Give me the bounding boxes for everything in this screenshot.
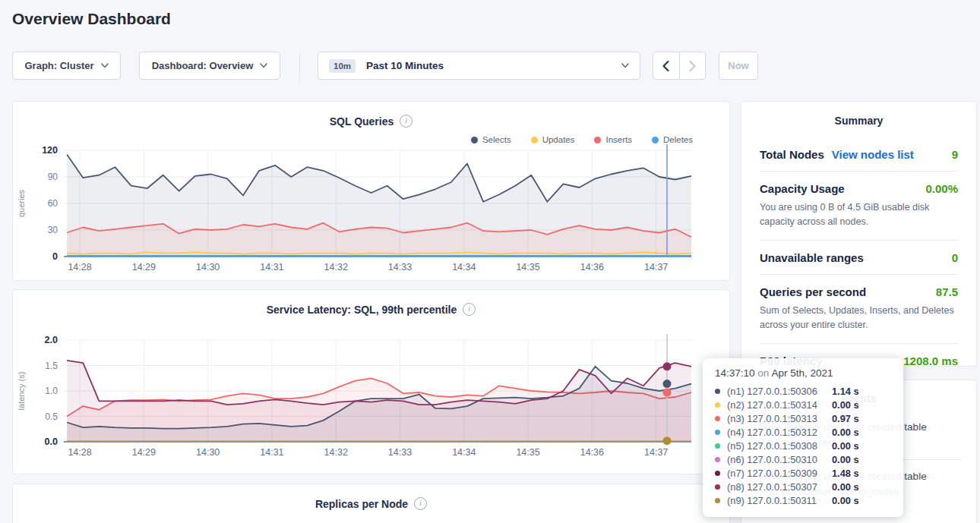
x-tick-label: 14:29: [132, 262, 156, 273]
summary-row-total-nodes: Total Nodes View nodes list 9: [760, 137, 958, 172]
hover-dot: [662, 380, 671, 388]
replicas-title: Replicas per Node: [315, 498, 408, 510]
p99-latency-value: 1208.0 ms: [903, 354, 958, 367]
x-tick-label: 14:34: [452, 447, 476, 458]
info-icon[interactable]: i: [414, 497, 427, 510]
x-tick-label: 14:32: [324, 447, 348, 458]
x-tick-label: 14:37: [644, 447, 668, 458]
chevron-left-icon: [662, 60, 670, 72]
y-tick-label: 90: [48, 172, 58, 182]
tooltip-node-row: (n7) 127.0.0.1:503091.48 s: [715, 466, 891, 480]
node-latency-value: 1.14 s: [832, 386, 859, 397]
view-nodes-list-link[interactable]: View nodes list: [832, 148, 914, 161]
page-title: Overview Dashboard: [12, 10, 171, 28]
x-tick-label: 14:35: [516, 262, 539, 273]
x-tick-label: 14:31: [260, 262, 283, 273]
x-tick-label: 14:30: [196, 447, 220, 458]
latency-chart[interactable]: 14:2814:2914:3014:3114:3214:3314:3414:35…: [14, 296, 730, 471]
x-tick-label: 14:34: [452, 262, 476, 273]
time-range-badge: 10m: [329, 59, 356, 73]
node-color-dot: [715, 498, 720, 503]
capacity-usage-value: 0.00%: [925, 182, 958, 195]
node-address: (n2) 127.0.0.1:50314: [727, 399, 832, 411]
summary-row-capacity: Capacity Usage 0.00% You are using 0 B o…: [760, 172, 958, 241]
time-range-label: Past 10 Minutes: [366, 60, 621, 71]
tooltip-node-row: (n9) 127.0.0.1:503110.00 s: [715, 493, 891, 507]
replicas-panel: Replicas per Node i: [12, 484, 730, 523]
tooltip-node-row: (n6) 127.0.0.1:503100.00 s: [715, 452, 891, 466]
x-tick-label: 14:28: [68, 447, 91, 458]
y-tick-label: 0: [52, 251, 58, 262]
sql-queries-chart[interactable]: 14:2814:2914:3014:3114:3214:3314:3414:35…: [14, 108, 730, 281]
y-axis-label: queries: [17, 189, 26, 217]
dashboard-dropdown-label: Dashboard: Overview: [152, 60, 254, 71]
summary-panel: Summary Total Nodes View nodes list 9 Ca…: [741, 101, 977, 367]
node-latency-value: 0.00 s: [832, 440, 859, 452]
time-prev-button[interactable]: [653, 52, 679, 79]
time-range-picker[interactable]: 10m Past 10 Minutes: [318, 52, 640, 80]
chevron-down-icon: [101, 63, 109, 68]
node-latency-value: 0.97 s: [832, 413, 859, 424]
total-nodes-value: 9: [952, 148, 958, 161]
now-button[interactable]: Now: [719, 52, 758, 80]
node-address: (n8) 127.0.0.1:50307: [727, 481, 832, 493]
y-tick-label: 0.0: [45, 436, 58, 447]
tooltip-node-row: (n4) 127.0.0.1:503120.00 s: [715, 425, 891, 439]
x-tick-label: 14:37: [644, 262, 668, 273]
node-color-dot: [715, 416, 720, 421]
node-color-dot: [715, 471, 720, 476]
qps-desc: Sum of Selects, Updates, Inserts, and De…: [760, 304, 958, 333]
node-color-dot: [715, 443, 720, 449]
tooltip-node-row: (n3) 127.0.0.1:503130.97 s: [715, 411, 891, 425]
dashboard-dropdown[interactable]: Dashboard: Overview: [139, 52, 280, 80]
hover-dot: [662, 389, 671, 397]
node-latency-value: 0.00 s: [832, 495, 859, 506]
hover-dot: [662, 362, 671, 370]
node-address: (n6) 127.0.0.1:50310: [727, 454, 832, 465]
hover-tooltip-time: 14:37:10 on Apr 5th, 2021: [715, 367, 891, 379]
time-next-button[interactable]: [679, 52, 706, 79]
node-address: (n4) 127.0.0.1:50312: [727, 427, 832, 438]
x-tick-label: 14:33: [388, 447, 412, 458]
x-tick-label: 14:28: [68, 262, 91, 273]
node-color-dot: [715, 457, 720, 462]
capacity-usage-label: Capacity Usage: [760, 182, 845, 195]
x-tick-label: 14:32: [324, 262, 348, 273]
unavailable-ranges-label: Unavailable ranges: [760, 251, 864, 264]
y-tick-label: 30: [48, 225, 58, 235]
hover-tooltip-rows: (n1) 127.0.0.1:503061.14 s(n2) 127.0.0.1…: [715, 384, 891, 507]
unavailable-ranges-value: 0: [952, 251, 958, 264]
chevron-right-icon: [688, 60, 697, 72]
node-address: (n1) 127.0.0.1:50306: [727, 386, 832, 397]
node-address: (n3) 127.0.0.1:50313: [727, 413, 832, 424]
sql-queries-panel: SQL Queries i SelectsUpdatesInsertsDelet…: [12, 101, 730, 281]
node-latency-value: 0.00 s: [832, 454, 859, 465]
graph-dropdown-label: Graph: Cluster: [24, 60, 93, 71]
x-tick-label: 14:36: [580, 447, 604, 458]
node-color-dot: [715, 484, 720, 490]
y-tick-label: 1.5: [45, 361, 58, 371]
node-latency-value: 0.00 s: [832, 399, 859, 411]
summary-row-qps: Queries per second 87.5 Sum of Selects, …: [760, 275, 958, 344]
x-tick-label: 14:33: [388, 262, 412, 273]
node-latency-value: 0.00 s: [832, 481, 859, 493]
tooltip-node-row: (n1) 127.0.0.1:503061.14 s: [715, 384, 891, 398]
tooltip-node-row: (n2) 127.0.0.1:503140.00 s: [715, 398, 891, 411]
x-tick-label: 14:35: [516, 447, 539, 458]
latency-panel: Service Latency: SQL, 99th percentile i …: [12, 289, 730, 474]
chevron-down-icon: [260, 63, 267, 68]
capacity-usage-desc: You are using 0 B of 4.5 GiB usable disk…: [760, 200, 958, 230]
node-color-dot: [715, 430, 720, 435]
y-tick-label: 60: [48, 198, 58, 209]
tooltip-node-row: (n8) 127.0.0.1:503070.00 s: [715, 480, 891, 493]
hover-tooltip: 14:37:10 on Apr 5th, 2021 (n1) 127.0.0.1…: [703, 358, 903, 517]
graph-dropdown[interactable]: Graph: Cluster: [12, 52, 121, 80]
qps-value: 87.5: [936, 285, 958, 298]
controls-divider: [299, 53, 300, 80]
tooltip-node-row: (n5) 127.0.0.1:503080.00 s: [715, 439, 891, 452]
node-address: (n5) 127.0.0.1:50308: [727, 440, 832, 452]
hover-dot: [662, 436, 671, 445]
node-latency-value: 1.48 s: [832, 468, 859, 479]
summary-heading: Summary: [760, 115, 958, 127]
x-tick-label: 14:31: [260, 447, 283, 458]
